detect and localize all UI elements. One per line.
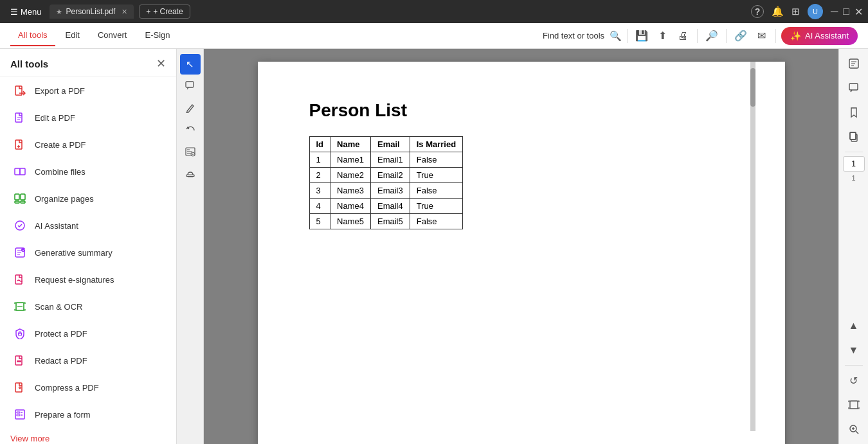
tab-all-tools[interactable]: All tools <box>10 25 55 46</box>
svg-rect-20 <box>17 412 20 413</box>
save-button[interactable]: 💾 <box>633 27 651 45</box>
minimize-icon[interactable]: ─ <box>831 6 838 17</box>
sidebar-item-create-pdf[interactable]: Create a PDF <box>3 132 174 157</box>
tab-close-icon[interactable]: ✕ <box>122 8 127 16</box>
svg-rect-4 <box>20 168 25 175</box>
pdf-viewer[interactable]: Person List Id Name Email Is Married 1Na… <box>204 49 838 444</box>
select-tool-button[interactable]: ↖ <box>180 54 201 75</box>
scroll-down-btn[interactable]: ▼ <box>843 339 865 361</box>
sidebar-item-organize-pages[interactable]: Organize pages <box>3 186 174 211</box>
sidebar-item-combine-files[interactable]: Combine files <box>3 159 174 184</box>
user-avatar[interactable]: U <box>808 4 823 19</box>
sidebar-item-scan-ocr[interactable]: Scan & OCR <box>3 294 174 319</box>
view-more-link[interactable]: View more <box>0 429 176 444</box>
page-count: 1 <box>851 174 855 182</box>
sidebar-item-label: Request e-signatures <box>35 275 114 285</box>
sidebar-item-protect-pdf[interactable]: Protect a PDF <box>3 321 174 346</box>
separator-3 <box>726 29 727 43</box>
find-text-label: Find text or tools <box>543 31 604 40</box>
pdf-table: Id Name Email Is Married 1Name1Email1Fal… <box>309 136 464 229</box>
ai-assistant-sidebar-icon <box>13 218 27 233</box>
hamburger-icon: ☰ <box>10 7 18 17</box>
menu-button[interactable]: ☰ Menu <box>5 4 47 19</box>
scrollbar-track[interactable] <box>750 62 755 431</box>
sidebar-close-button[interactable]: ✕ <box>156 57 166 71</box>
title-bar-actions: ? 🔔 ⊞ U <box>751 4 823 19</box>
comment-right-btn[interactable] <box>843 77 865 99</box>
generate-summary-right-btn[interactable] <box>843 53 865 75</box>
svg-rect-0 <box>15 86 22 95</box>
table-cell: 3 <box>309 183 330 199</box>
table-cell: 1 <box>309 152 330 168</box>
generative-summary-icon <box>13 245 27 260</box>
create-tab-button[interactable]: + + Create <box>139 4 190 19</box>
stamp-tool-button[interactable] <box>180 163 201 184</box>
email-button[interactable]: ✉ <box>752 27 770 45</box>
refresh-btn[interactable]: ↺ <box>843 369 865 391</box>
help-icon[interactable]: ? <box>751 5 764 18</box>
undo-tool-button[interactable] <box>180 120 201 140</box>
ai-assistant-label: AI Assistant <box>805 31 849 40</box>
table-cell: False <box>410 214 462 229</box>
find-tools[interactable]: Find text or tools 🔍 <box>543 30 622 42</box>
table-cell: True <box>410 168 462 183</box>
svg-rect-21 <box>17 414 20 416</box>
right-panel-separator <box>845 152 863 152</box>
sidebar-item-request-esignatures[interactable]: Request e-signatures <box>3 267 174 292</box>
svg-rect-8 <box>21 201 25 203</box>
sidebar-item-compress-pdf[interactable]: Compress a PDF <box>3 375 174 400</box>
maximize-icon[interactable]: □ <box>843 6 849 17</box>
scrollbar-thumb[interactable] <box>750 68 755 107</box>
create-label: + Create <box>153 7 183 16</box>
col-header-email: Email <box>370 137 410 152</box>
zoom-in-btn[interactable] <box>843 418 865 440</box>
text-ocr-tool-button[interactable] <box>180 141 201 162</box>
table-row: 4Name4Email4True <box>309 199 463 214</box>
col-header-name: Name <box>330 137 371 152</box>
svg-rect-6 <box>21 194 25 200</box>
sidebar-item-generative-summary[interactable]: Generative summary <box>3 240 174 265</box>
request-esignatures-icon <box>13 272 27 287</box>
scan-btn[interactable] <box>843 394 865 416</box>
tab-esign[interactable]: E-Sign <box>137 25 177 46</box>
notification-icon[interactable]: 🔔 <box>772 6 784 17</box>
ai-assistant-button[interactable]: ✨ AI Assistant <box>781 27 858 45</box>
comment-tool-button[interactable] <box>180 76 201 96</box>
combine-files-icon <box>13 164 27 179</box>
sidebar-item-redact-pdf[interactable]: Redact a PDF <box>3 348 174 373</box>
sidebar-item-prepare-form[interactable]: Prepare a form <box>3 402 174 427</box>
link-button[interactable]: 🔗 <box>732 27 750 45</box>
sidebar-item-edit-pdf[interactable]: Edit a PDF <box>3 105 174 130</box>
sidebar-header: All tools ✕ <box>0 49 176 76</box>
svg-rect-7 <box>15 201 19 203</box>
edit-pdf-icon <box>13 111 27 125</box>
copy-right-btn[interactable] <box>843 126 865 148</box>
upload-button[interactable]: ⬆ <box>653 27 671 45</box>
protect-pdf-icon <box>13 326 27 341</box>
find-search-icon[interactable]: 🔍 <box>610 30 622 42</box>
main-layout: All tools ✕ Export a PDF Edit a PDF Crea… <box>0 49 868 444</box>
close-window-icon[interactable]: ✕ <box>854 6 863 18</box>
top-toolbar: All tools Edit Convert E-Sign Find text … <box>0 23 868 49</box>
bookmark-right-btn[interactable] <box>843 102 865 123</box>
svg-rect-24 <box>186 82 194 87</box>
active-tab[interactable]: ★ PersonList.pdf ✕ <box>50 4 134 19</box>
title-bar: ☰ Menu ★ PersonList.pdf ✕ + + Create ? 🔔… <box>0 0 868 23</box>
sidebar-item-label: Protect a PDF <box>35 329 87 339</box>
tab-convert[interactable]: Convert <box>90 25 135 46</box>
svg-rect-31 <box>850 132 856 139</box>
table-cell: Email3 <box>370 183 410 199</box>
scroll-up-btn[interactable]: ▲ <box>843 315 865 337</box>
zoom-button[interactable]: 🔎 <box>703 27 721 45</box>
draw-tool-button[interactable] <box>180 98 201 118</box>
table-cell: Name5 <box>330 214 371 229</box>
print-button[interactable]: 🖨 <box>674 27 692 45</box>
tab-edit[interactable]: Edit <box>58 25 87 46</box>
sidebar-item-export-pdf[interactable]: Export a PDF <box>3 78 174 103</box>
apps-grid-icon[interactable]: ⊞ <box>791 6 800 17</box>
scan-ocr-icon <box>13 299 27 314</box>
sidebar-item-label: AI Assistant <box>35 221 78 231</box>
compress-pdf-icon <box>13 380 27 395</box>
sidebar-item-ai-assistant[interactable]: AI Assistant <box>3 213 174 238</box>
sidebar-item-label: Compress a PDF <box>35 383 99 393</box>
